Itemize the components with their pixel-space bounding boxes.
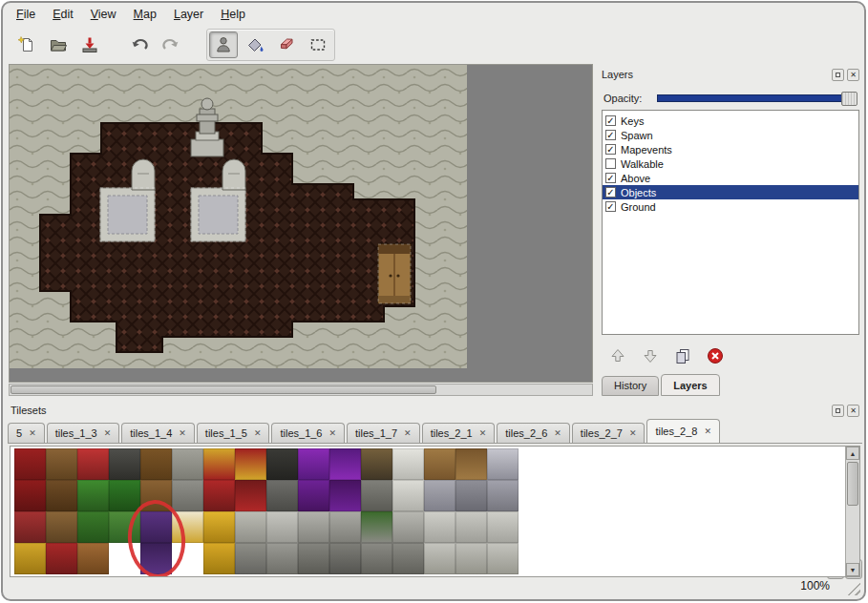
tileset-tab-tiles_1_5[interactable]: tiles_1_5✕	[197, 423, 270, 443]
tile-wood-counter-right[interactable]	[455, 448, 487, 480]
tile-praying-statue-base[interactable]	[266, 543, 298, 574]
tile-pedestal-base[interactable]	[392, 543, 424, 574]
tile-tall-cabinet-top[interactable]	[140, 448, 172, 480]
tile-red-banner[interactable]	[14, 448, 46, 480]
tile-red-throne-seat-left[interactable]	[203, 480, 235, 511]
tile-purple-throne-seat-right[interactable]	[329, 480, 361, 511]
tile-purple-door-top[interactable]	[140, 511, 172, 543]
new-button[interactable]	[12, 31, 41, 58]
resize-grip[interactable]	[847, 582, 860, 595]
menu-item-view[interactable]: View	[83, 6, 124, 23]
layer-row-walkable[interactable]: Walkable	[603, 156, 858, 171]
tile-potted-plant[interactable]	[77, 480, 109, 511]
tile-dark-shrine[interactable]	[109, 448, 140, 480]
map-canvas[interactable]	[10, 65, 592, 382]
tile-stone-floor[interactable]	[487, 543, 519, 574]
map-view[interactable]	[9, 64, 593, 383]
tile-purple-throne-seat-left[interactable]	[298, 480, 329, 511]
tab-close-icon[interactable]: ✕	[629, 428, 637, 438]
tile-stone-block[interactable]	[455, 511, 487, 543]
tile-gargoyle-base-right[interactable]	[329, 543, 361, 574]
tile-framed-portrait[interactable]	[361, 448, 392, 480]
tile-knight-armor-mid[interactable]	[487, 480, 519, 511]
close-panel-icon[interactable]: ✕	[847, 405, 859, 417]
tileset-vertical-scrollbar[interactable]: ▲ ▼	[845, 447, 859, 576]
tab-history[interactable]: History	[602, 376, 659, 396]
layer-row-ground[interactable]: ✓Ground	[603, 199, 858, 214]
tile-hedge-plants[interactable]	[77, 511, 109, 543]
layer-visibility-checkbox[interactable]	[605, 158, 616, 169]
tile-statue-alcove[interactable]	[172, 480, 203, 511]
tab-close-icon[interactable]: ✕	[329, 428, 337, 438]
tile-stone-floor[interactable]	[455, 543, 487, 574]
tile-book-shelf[interactable]	[46, 511, 77, 543]
tile-gold-banner[interactable]	[14, 543, 46, 574]
tile-sprout-plants[interactable]	[109, 511, 140, 543]
tile-white-obelisk[interactable]	[392, 480, 424, 511]
tile-gargoyle-left[interactable]	[298, 511, 329, 543]
tab-close-icon[interactable]: ✕	[254, 428, 262, 438]
tileset-tab-tiles_1_6[interactable]: tiles_1_6✕	[271, 423, 345, 443]
menu-item-file[interactable]: File	[9, 6, 43, 23]
tab-layers[interactable]: Layers	[661, 374, 719, 396]
tile-red-throne-right[interactable]	[235, 448, 266, 480]
tile-gold-coins[interactable]	[203, 543, 235, 574]
tab-close-icon[interactable]: ✕	[479, 428, 487, 438]
tab-close-icon[interactable]: ✕	[554, 428, 561, 438]
menu-item-help[interactable]: Help	[213, 6, 253, 23]
tile-red-jar[interactable]	[77, 448, 109, 480]
tile-plant-vase[interactable]	[361, 511, 392, 543]
tile-stone-coffin[interactable]	[424, 480, 455, 511]
tile-boulder[interactable]	[235, 511, 266, 543]
tileset-tab-tiles_1_3[interactable]: tiles_1_3✕	[47, 423, 120, 443]
menu-item-edit[interactable]: Edit	[45, 6, 81, 23]
tile-stone-floor[interactable]	[424, 543, 455, 574]
tile-purple-throne-left[interactable]	[298, 448, 329, 480]
tab-close-icon[interactable]: ✕	[404, 428, 412, 438]
tile-purple-throne-right[interactable]	[329, 448, 361, 480]
tile-boulder-base[interactable]	[235, 543, 266, 574]
opacity-slider[interactable]	[657, 94, 857, 102]
tileset-tab-tiles_2_1[interactable]: tiles_2_1✕	[422, 423, 496, 443]
opacity-slider-handle[interactable]	[841, 92, 857, 106]
duplicate-layer-button[interactable]	[671, 344, 694, 367]
tile-stone-base[interactable]	[266, 480, 298, 511]
layer-row-above[interactable]: ✓Above	[603, 171, 858, 185]
tile-gold-treasure[interactable]	[203, 511, 235, 543]
tileset-tab-5[interactable]: 5✕	[8, 423, 45, 443]
redo-button[interactable]	[157, 31, 185, 58]
layer-row-spawn[interactable]: ✓Spawn	[603, 128, 858, 142]
select-tool-button[interactable]	[304, 31, 332, 58]
close-panel-icon[interactable]: ✕	[847, 69, 859, 81]
layer-visibility-checkbox[interactable]: ✓	[605, 115, 616, 126]
tab-close-icon[interactable]: ✕	[179, 428, 186, 438]
layer-visibility-checkbox[interactable]: ✓	[605, 144, 616, 155]
tile-red-throne-seat-right[interactable]	[235, 480, 266, 511]
tileset-tab-tiles_2_6[interactable]: tiles_2_6✕	[497, 423, 570, 443]
menu-item-layer[interactable]: Layer	[166, 6, 211, 23]
tile-white-pillar[interactable]	[392, 448, 424, 480]
tile-praying-statue[interactable]	[266, 511, 298, 543]
tile-small-shrine[interactable]	[361, 480, 392, 511]
empty-tile[interactable]	[172, 543, 203, 574]
tile-purple-door-bottom[interactable]	[140, 543, 172, 574]
tile-stone-alcove[interactable]	[172, 448, 203, 480]
map-horizontal-scrollbar-thumb[interactable]	[11, 385, 436, 394]
layer-visibility-checkbox[interactable]: ✓	[605, 201, 616, 212]
tile-gargoyle-base-left[interactable]	[298, 543, 329, 574]
tile-tall-cabinet-mid[interactable]	[140, 480, 172, 511]
move-layer-up-button[interactable]	[606, 344, 629, 367]
tile-bronze-horn[interactable]	[77, 543, 109, 574]
tile-wooden-loom[interactable]	[46, 448, 77, 480]
map-horizontal-scrollbar[interactable]	[9, 384, 593, 396]
tab-close-icon[interactable]: ✕	[704, 426, 711, 436]
tile-wood-counter-left[interactable]	[424, 448, 455, 480]
open-button[interactable]	[44, 31, 73, 58]
tile-stone-pedestal[interactable]	[392, 511, 424, 543]
scroll-up-icon[interactable]: ▲	[846, 447, 859, 460]
tileset-scrollbar-thumb[interactable]	[847, 462, 858, 506]
tile-fern-plant[interactable]	[109, 480, 140, 511]
fill-tool-button[interactable]	[241, 31, 269, 58]
move-layer-down-button[interactable]	[639, 344, 662, 367]
menu-item-map[interactable]: Map	[126, 6, 164, 23]
